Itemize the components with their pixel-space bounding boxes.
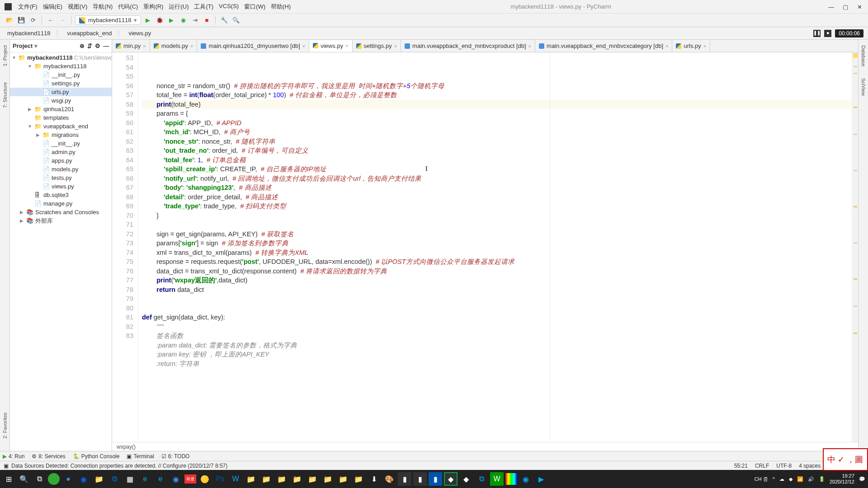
tree-item[interactable]: 📁templates [10, 113, 112, 122]
tray-onedrive-icon[interactable]: ☁ [779, 476, 784, 482]
tree-item[interactable]: 📄views.py [10, 182, 112, 191]
tree-item[interactable]: 📄manage.py [10, 199, 112, 208]
tray-app-icon[interactable]: ◆ [789, 476, 793, 482]
taskbar-app[interactable]: 🟡 [198, 472, 212, 486]
tree-item[interactable]: ▼📁mybackend1118 [10, 62, 112, 70]
taskbar-folder[interactable]: 📁 [275, 472, 288, 486]
search-button[interactable]: 🔍 [17, 472, 31, 486]
taskbar-app[interactable]: W [490, 472, 504, 486]
menu-item[interactable]: 工具(T) [191, 3, 216, 11]
editor-tab[interactable]: models.py× [150, 40, 198, 52]
taskbar-app[interactable]: ⧉ [108, 472, 121, 486]
close-tab-icon[interactable]: × [703, 43, 706, 49]
tree-item[interactable]: ▶📁migrations [10, 131, 112, 139]
tree-item[interactable]: ▶📁qinhua1201 [10, 105, 112, 113]
coverage-icon[interactable]: ▶ [166, 15, 176, 25]
tree-item[interactable]: 📄admin.py [10, 148, 112, 156]
side-tab-favorites[interactable]: 2: Favorites [1, 409, 9, 442]
taskbar-folder[interactable]: 📁 [244, 472, 258, 486]
taskbar-app[interactable]: 📁 [92, 472, 106, 486]
tool-run[interactable]: ▶4: Run [3, 453, 24, 460]
close-tab-icon[interactable]: × [394, 43, 397, 49]
tool-python-console[interactable]: 🐍Python Console [73, 453, 120, 460]
taskbar-app[interactable]: ◆ [444, 472, 458, 486]
tree-item[interactable]: 📄__init__.py [10, 70, 112, 79]
menu-item[interactable]: 运行(U) [166, 3, 191, 11]
taskbar-folder[interactable]: 📁 [352, 472, 365, 486]
tool-services[interactable]: ⚙8: Services [32, 453, 65, 460]
taskbar-app[interactable]: ▮ [398, 472, 411, 486]
stop-icon[interactable]: ■ [202, 15, 212, 25]
taskbar-app[interactable]: ◉ [77, 472, 90, 486]
minimize-button[interactable]: — [828, 4, 835, 10]
editor-tab[interactable]: settings.py× [353, 40, 401, 52]
editor-tab[interactable]: views.py× [309, 40, 352, 52]
taskbar-app[interactable]: Ps [213, 472, 227, 486]
tray-volume-icon[interactable]: 🔊 [808, 476, 814, 482]
editor-tab[interactable]: main.qinhua1201_dmyusertwo [db]× [197, 40, 309, 52]
menu-item[interactable]: 重构(R) [141, 3, 166, 11]
close-tab-icon[interactable]: × [345, 43, 348, 48]
tray-network-icon[interactable]: 📶 [797, 476, 803, 482]
tree-item[interactable]: 📄models.py [10, 165, 112, 174]
pause-recording-icon[interactable]: ❚❚ [813, 30, 821, 37]
taskbar-app[interactable]: ◉ [519, 472, 533, 486]
side-tab-database[interactable]: Database [860, 42, 867, 70]
search-icon[interactable]: 🔍 [231, 15, 241, 25]
save-icon[interactable]: 💾 [16, 15, 26, 25]
tool-todo[interactable]: ☑6: TODO [161, 453, 190, 460]
editor-tab[interactable]: main.vueappback_end_mnbvcxcategory [db]× [535, 40, 672, 52]
menu-item[interactable]: VCS(S) [216, 3, 241, 11]
breadcrumb-item[interactable]: mybackend1118 [5, 29, 53, 38]
event-log-icon[interactable]: ▣ [4, 463, 9, 469]
tree-item[interactable]: 📄settings.py [10, 79, 112, 88]
run-icon[interactable]: ▶ [143, 15, 153, 25]
file-encoding[interactable]: UTF-8 [776, 463, 792, 469]
close-tab-icon[interactable]: × [190, 43, 193, 49]
notifications-icon[interactable]: 💬 [859, 476, 865, 482]
tree-item[interactable]: 📄tests.py [10, 174, 112, 182]
close-tab-icon[interactable]: × [302, 43, 305, 49]
menu-item[interactable]: 导航(N) [90, 3, 115, 11]
taskbar-app[interactable]: W [229, 472, 242, 486]
tree-item[interactable]: ▼📁vueappback_end [10, 122, 112, 131]
line-separator[interactable]: CRLF [755, 463, 769, 469]
breadcrumb-item[interactable]: vueappback_end [64, 29, 114, 38]
tree-item[interactable]: 📄__init__.py [10, 139, 112, 148]
close-button[interactable]: ✕ [857, 4, 863, 10]
taskbar-app[interactable]: e [138, 472, 152, 486]
taskbar-folder[interactable]: 📁 [306, 472, 319, 486]
taskbar-folder[interactable]: 📁 [321, 472, 335, 486]
side-tab-structure[interactable]: 7: Structure [1, 79, 9, 112]
taskbar-app[interactable] [505, 473, 517, 485]
editor-tab[interactable]: min.py× [112, 40, 150, 52]
profile-icon[interactable]: ◉ [178, 15, 188, 25]
task-view-button[interactable]: ⧉ [33, 472, 46, 486]
tree-item[interactable]: ▶📚Scratches and Consoles [10, 208, 112, 216]
hide-icon[interactable]: — [103, 42, 109, 49]
maximize-button[interactable]: ▢ [843, 4, 849, 10]
run-config-select[interactable]: mybackend1118 ▾ [75, 15, 141, 25]
taskbar-folder[interactable]: 📁 [336, 472, 350, 486]
taskbar-app[interactable]: ⬇ [367, 472, 381, 486]
editor-breadcrumb[interactable]: wxpay() [112, 442, 858, 451]
tray-lang[interactable]: CH 중 [755, 476, 768, 483]
tree-item[interactable]: ▶📚外部库 [10, 216, 112, 225]
refresh-icon[interactable]: ⟳ [28, 15, 38, 25]
start-button[interactable]: ⊞ [2, 472, 15, 486]
editor-tab[interactable]: main.vueappback_end_mnbvcxproduct [db]× [401, 40, 535, 52]
menu-item[interactable]: 文件(F) [15, 3, 40, 11]
debug-icon[interactable]: 🐞 [155, 15, 165, 25]
tray-battery-icon[interactable]: 🔋 [819, 476, 825, 482]
menu-item[interactable]: 编辑(E) [40, 3, 65, 11]
tree-item[interactable]: 🗄db.sqlite3 [10, 191, 112, 199]
taskbar-app[interactable]: ◉ [169, 472, 183, 486]
code-editor[interactable]: 5354555657585960616263646566676869707172… [112, 52, 858, 442]
side-tab-project[interactable]: 1: Project [1, 42, 9, 70]
taskbar-app[interactable]: e [154, 472, 167, 486]
caret-position[interactable]: 55:21 [734, 463, 748, 469]
taskbar-folder[interactable]: 📁 [259, 472, 273, 486]
taskbar-app[interactable]: 有道 [184, 474, 196, 483]
taskbar-app[interactable]: ◆ [459, 472, 473, 486]
menu-item[interactable]: 帮助(H) [268, 3, 293, 11]
